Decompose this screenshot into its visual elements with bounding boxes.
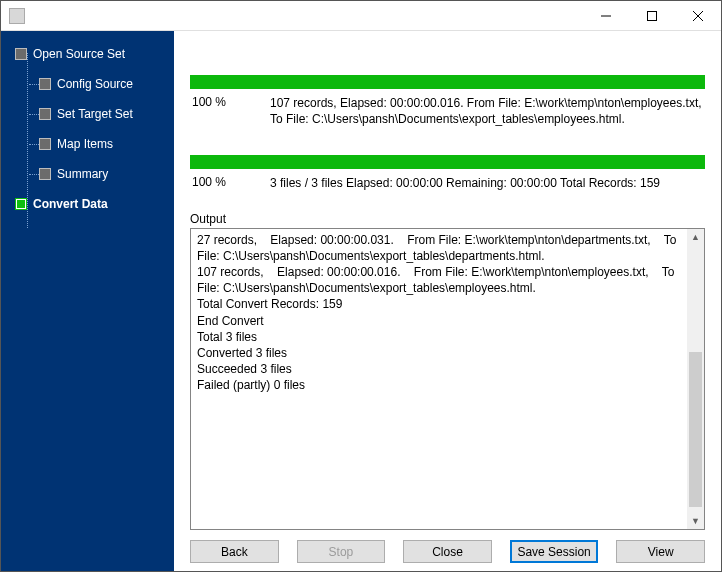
sidebar-item-summary[interactable]: Summary	[1, 159, 174, 189]
sidebar-item-open-source-set[interactable]: Open Source Set	[1, 39, 174, 69]
scroll-track[interactable]	[687, 246, 704, 512]
sidebar-item-label: Map Items	[57, 137, 113, 151]
sidebar-item-set-target-set[interactable]: Set Target Set	[1, 99, 174, 129]
save-session-button[interactable]: Save Session	[510, 540, 599, 563]
scroll-down-icon[interactable]: ▼	[687, 512, 704, 529]
sidebar-item-label: Set Target Set	[57, 107, 133, 121]
step-box-icon	[39, 108, 51, 120]
total-progress-percent: 100 %	[190, 175, 270, 189]
close-window-button[interactable]	[675, 1, 721, 31]
sidebar-item-convert-data[interactable]: Convert Data	[1, 189, 174, 219]
file-progress-text: 107 records, Elapsed: 00:00:00.016. From…	[270, 95, 705, 127]
close-button[interactable]: Close	[403, 540, 492, 563]
step-box-icon	[15, 48, 27, 60]
sidebar-item-map-items[interactable]: Map Items	[1, 129, 174, 159]
sidebar-item-label: Summary	[57, 167, 108, 181]
minimize-button[interactable]	[583, 1, 629, 31]
titlebar	[1, 1, 721, 31]
sidebar-item-label: Open Source Set	[33, 47, 125, 61]
output-box: 27 records, Elapsed: 00:00:00.031. From …	[190, 228, 705, 530]
app-window: Open Source Set Config Source Set Target…	[0, 0, 722, 572]
sidebar-item-config-source[interactable]: Config Source	[1, 69, 174, 99]
app-icon	[9, 8, 25, 24]
output-scrollbar[interactable]: ▲ ▼	[687, 229, 704, 529]
sidebar-item-label: Convert Data	[33, 197, 108, 211]
file-progress-percent: 100 %	[190, 95, 270, 109]
total-progress-bar	[190, 155, 705, 169]
button-row: Back Stop Close Save Session View	[182, 530, 713, 563]
stop-button: Stop	[297, 540, 386, 563]
main-panel: 100 % 107 records, Elapsed: 00:00:00.016…	[174, 31, 721, 571]
output-text[interactable]: 27 records, Elapsed: 00:00:00.031. From …	[191, 229, 687, 529]
back-button[interactable]: Back	[190, 540, 279, 563]
scroll-thumb[interactable]	[689, 352, 702, 507]
maximize-button[interactable]	[629, 1, 675, 31]
wizard-sidebar: Open Source Set Config Source Set Target…	[1, 31, 174, 571]
step-box-icon	[39, 168, 51, 180]
step-box-icon	[15, 198, 27, 210]
file-progress-bar	[190, 75, 705, 89]
view-button[interactable]: View	[616, 540, 705, 563]
step-box-icon	[39, 78, 51, 90]
step-box-icon	[39, 138, 51, 150]
svg-rect-1	[648, 11, 657, 20]
scroll-up-icon[interactable]: ▲	[687, 229, 704, 246]
total-progress-text: 3 files / 3 files Elapsed: 00:00:00 Rema…	[270, 175, 705, 191]
sidebar-item-label: Config Source	[57, 77, 133, 91]
output-label: Output	[182, 212, 713, 226]
